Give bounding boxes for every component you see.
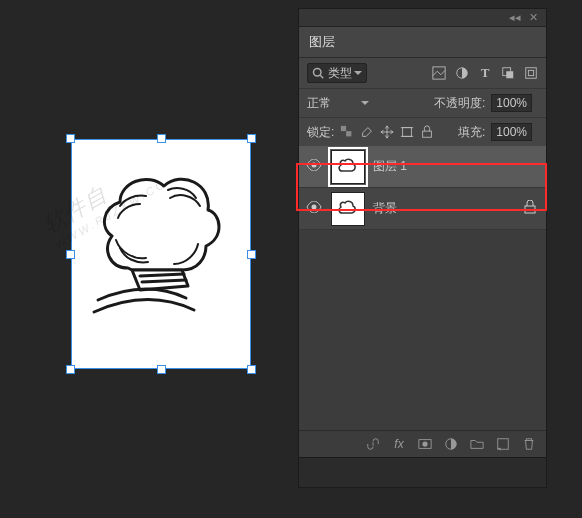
filter-pixel-icon[interactable] bbox=[432, 66, 446, 80]
lock-position-icon[interactable] bbox=[380, 125, 394, 139]
filter-smartobject-icon[interactable] bbox=[524, 66, 538, 80]
blend-mode-dropdown[interactable]: 正常 bbox=[307, 95, 369, 112]
fx-icon[interactable]: fx bbox=[392, 437, 406, 451]
filter-kind-label: 类型 bbox=[328, 65, 352, 82]
svg-point-18 bbox=[422, 441, 427, 446]
transform-handle-tr[interactable] bbox=[247, 134, 256, 143]
layers-empty-area bbox=[299, 230, 546, 430]
layer-thumbnail[interactable] bbox=[331, 150, 365, 184]
transform-handle-bc[interactable] bbox=[157, 365, 166, 374]
opacity-input[interactable]: 100% bbox=[491, 94, 532, 112]
visibility-toggle[interactable] bbox=[305, 201, 323, 216]
layers-panel: ◂◂ ✕ 图层 类型 T 正常 不透明度: 100% 锁定: 填充: 100% bbox=[298, 8, 547, 488]
filter-row: 类型 T bbox=[299, 58, 546, 89]
close-icon: ✕ bbox=[529, 11, 538, 24]
eye-icon bbox=[306, 201, 322, 213]
opacity-value: 100% bbox=[496, 96, 527, 110]
thumb-art-icon bbox=[336, 197, 360, 221]
filter-type-icon[interactable]: T bbox=[478, 66, 492, 80]
transform-handle-rc[interactable] bbox=[247, 250, 256, 259]
layer-row[interactable]: 图层 1 bbox=[299, 146, 546, 188]
blend-mode-value: 正常 bbox=[307, 95, 331, 112]
svg-rect-10 bbox=[403, 128, 412, 137]
group-icon[interactable] bbox=[470, 437, 484, 451]
svg-rect-20 bbox=[498, 439, 509, 450]
trash-icon[interactable] bbox=[522, 437, 536, 451]
visibility-toggle[interactable] bbox=[305, 159, 323, 174]
svg-rect-5 bbox=[506, 71, 513, 78]
lock-icon[interactable] bbox=[524, 200, 536, 217]
search-icon bbox=[312, 67, 324, 79]
chevron-down-icon bbox=[354, 71, 362, 75]
mask-icon[interactable] bbox=[418, 437, 432, 451]
layers-list: 图层 1 背景 bbox=[299, 146, 546, 430]
panel-dock-stub bbox=[299, 457, 546, 487]
svg-line-1 bbox=[320, 75, 323, 78]
thumb-art-icon bbox=[336, 155, 360, 179]
panel-footer: fx bbox=[299, 430, 546, 457]
lock-fill-row: 锁定: 填充: 100% bbox=[299, 118, 546, 146]
layer-filter-kind[interactable]: 类型 bbox=[307, 63, 367, 83]
adjustment-layer-icon[interactable] bbox=[444, 437, 458, 451]
lock-label: 锁定: bbox=[307, 124, 334, 141]
eye-icon bbox=[306, 159, 322, 171]
lock-all-icon[interactable] bbox=[420, 125, 434, 139]
blend-opacity-row: 正常 不透明度: 100% bbox=[299, 89, 546, 118]
lock-transparent-icon[interactable] bbox=[340, 125, 354, 139]
fill-label: 填充: bbox=[458, 124, 485, 141]
layer-thumbnail[interactable] bbox=[331, 192, 365, 226]
transform-handle-tc[interactable] bbox=[157, 134, 166, 143]
canvas-transform-box[interactable] bbox=[71, 139, 251, 369]
layer-name[interactable]: 图层 1 bbox=[373, 158, 407, 175]
collapse-left-icon: ◂◂ bbox=[509, 11, 521, 24]
layer-row[interactable]: 背景 bbox=[299, 188, 546, 230]
svg-rect-13 bbox=[423, 131, 432, 137]
svg-rect-7 bbox=[528, 70, 533, 75]
new-layer-icon[interactable] bbox=[496, 437, 510, 451]
transform-handle-bl[interactable] bbox=[66, 365, 75, 374]
layer-name[interactable]: 背景 bbox=[373, 200, 397, 217]
svg-rect-9 bbox=[346, 131, 351, 136]
panel-collapse-bar[interactable]: ◂◂ ✕ bbox=[299, 9, 546, 27]
lock-artboard-icon[interactable] bbox=[400, 125, 414, 139]
artwork-chef-hat bbox=[90, 158, 230, 323]
fill-value: 100% bbox=[496, 125, 527, 139]
filter-shape-icon[interactable] bbox=[501, 66, 515, 80]
filter-adjustment-icon[interactable] bbox=[455, 66, 469, 80]
panel-title: 图层 bbox=[299, 27, 546, 58]
opacity-label: 不透明度: bbox=[434, 95, 485, 112]
svg-point-14 bbox=[312, 163, 317, 168]
svg-rect-16 bbox=[525, 206, 535, 213]
lock-pixels-icon[interactable] bbox=[360, 125, 374, 139]
chevron-down-icon bbox=[361, 101, 369, 105]
svg-point-15 bbox=[312, 205, 317, 210]
transform-handle-lc[interactable] bbox=[66, 250, 75, 259]
fill-input[interactable]: 100% bbox=[491, 123, 532, 141]
svg-rect-8 bbox=[341, 126, 346, 131]
svg-point-0 bbox=[314, 69, 322, 77]
artboard bbox=[71, 139, 251, 369]
svg-rect-6 bbox=[526, 68, 537, 79]
transform-handle-br[interactable] bbox=[247, 365, 256, 374]
link-layers-icon[interactable] bbox=[366, 437, 380, 451]
transform-handle-tl[interactable] bbox=[66, 134, 75, 143]
